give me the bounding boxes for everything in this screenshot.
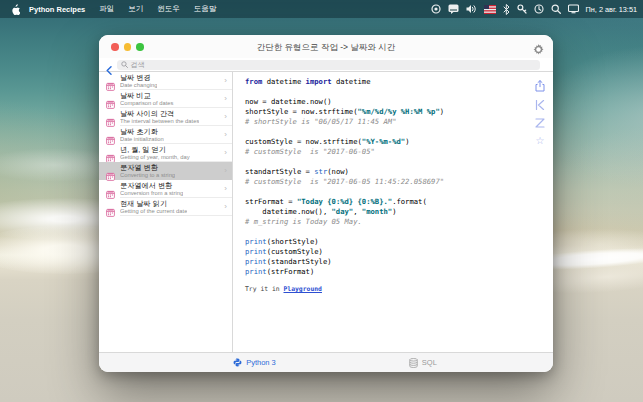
key-icon[interactable] <box>517 4 527 14</box>
code-line: strFormat = "Today {0:%d} {0:%B}.".forma… <box>245 197 553 207</box>
code-line: shortStyle = now.strftime("%m/%d/%y %H:%… <box>245 107 553 117</box>
sidebar-item-subtitle: Date initialization <box>120 136 164 143</box>
sidebar-item-subtitle: Conversion from a string <box>120 190 183 197</box>
menu-item-2[interactable]: 윈도우 <box>157 4 180 14</box>
chevron-right-icon: › <box>224 149 227 157</box>
code-line: print(shortStyle) <box>245 237 553 247</box>
sidebar-item-title: 날짜 변경 <box>120 74 157 82</box>
try-it-line: Try it in Playground <box>245 285 553 293</box>
status-icons <box>431 4 579 15</box>
format-z-icon[interactable] <box>535 118 545 128</box>
sidebar-item-subtitle: Getting of the current date <box>120 208 187 215</box>
sidebar-item-4[interactable]: 날짜 초기화Date initialization› <box>99 126 232 144</box>
sidebar-item-5[interactable]: 년, 월, 일 얻기Getting of year, month, day› <box>99 144 232 162</box>
display-icon[interactable] <box>568 4 579 14</box>
sidebar-item-2[interactable]: 날짜 비교Comparison of dates› <box>99 90 232 108</box>
code-line <box>245 157 553 167</box>
menu-item-0[interactable]: 파일 <box>99 4 114 14</box>
code-line <box>245 87 553 97</box>
chevron-right-icon: › <box>224 167 227 175</box>
chevron-right-icon: › <box>224 113 227 121</box>
active-app-name[interactable]: Python Recipes <box>29 5 85 14</box>
window-title: 간단한 유형으로 작업 -> 날짜와 시간 <box>99 42 553 54</box>
sidebar-item-8[interactable]: 현재 날짜 읽기Getting of the current date› <box>99 198 232 216</box>
code-line <box>245 227 553 237</box>
display-chat-icon[interactable] <box>448 4 459 14</box>
code-line <box>245 187 553 197</box>
menu-item-1[interactable]: 보기 <box>128 4 143 14</box>
code-line: from datetime import datetime <box>245 77 553 87</box>
sidebar-item-subtitle: Date changing <box>120 82 157 89</box>
sidebar-list: 날짜 변경Date changing›날짜 비교Comparison of da… <box>99 72 233 352</box>
volume-icon[interactable] <box>466 4 477 14</box>
code-line: now = datetime.now() <box>245 97 553 107</box>
code-line: standartStyle = str(now) <box>245 167 553 177</box>
bluetooth-icon[interactable] <box>503 4 510 15</box>
search-icon <box>121 61 128 68</box>
code-line: print(standartStyle) <box>245 257 553 267</box>
search-input[interactable]: 검색 <box>117 60 540 71</box>
code-line <box>245 127 553 137</box>
apple-menu-icon[interactable] <box>11 4 20 15</box>
menu-bar-clock[interactable]: Пн, 2 авг. 13:51 <box>586 5 637 14</box>
sidebar-item-title: 날짜 초기화 <box>120 128 164 136</box>
code-line: datetime.now(), "day", "month") <box>245 207 553 217</box>
chevron-right-icon: › <box>224 77 227 85</box>
chevron-right-icon: › <box>224 131 227 139</box>
sidebar-item-title: 년, 월, 일 얻기 <box>120 146 190 154</box>
playground-link[interactable]: Playground <box>283 285 321 293</box>
sidebar-item-1[interactable]: 날짜 변경Date changing› <box>99 72 232 90</box>
gear-icon[interactable] <box>533 41 544 59</box>
spotlight-icon[interactable] <box>551 4 561 14</box>
code-line: # customStyle is "2017-06-05" <box>245 147 553 157</box>
code-block: from datetime import datetime now = date… <box>233 72 553 277</box>
code-line: # shortStyle is "06/05/17 11:45 AM" <box>245 117 553 127</box>
sidebar-item-7[interactable]: 문자열에서 변환Conversion from a string› <box>99 180 232 198</box>
search-placeholder: 검색 <box>131 60 145 70</box>
sidebar-item-title: 문자열 변환 <box>120 164 175 172</box>
sidebar-item-title: 현재 날짜 읽기 <box>120 200 187 208</box>
sidebar-item-subtitle: Comparison of dates <box>120 100 174 107</box>
star-icon[interactable]: ☆ <box>536 136 545 146</box>
sidebar-item-subtitle: Getting of year, month, day <box>120 154 190 161</box>
chevron-right-icon: › <box>224 203 227 211</box>
search-toolbar: 검색 <box>99 58 553 72</box>
sidebar-item-title: 날짜 비교 <box>120 92 174 100</box>
chevron-right-icon: › <box>224 95 227 103</box>
sync-circle-icon[interactable] <box>534 4 544 14</box>
python-logo-icon <box>233 358 242 367</box>
chevron-right-icon: › <box>224 185 227 193</box>
sidebar-item-title: 날짜 사이의 간격 <box>120 110 199 118</box>
sidebar-item-3[interactable]: 날짜 사이의 간격The interval between the dates› <box>99 108 232 126</box>
code-panel: from datetime import datetime now = date… <box>233 72 553 352</box>
tab-python3[interactable]: Python 3 <box>233 358 276 367</box>
us-flag-icon[interactable] <box>484 5 496 14</box>
bottom-tab-bar: Python 3 SQL <box>99 352 553 372</box>
tab-sql[interactable]: SQL <box>409 358 437 368</box>
code-line: # m_string is Today 05 May. <box>245 217 553 227</box>
format-k-icon[interactable] <box>535 100 545 110</box>
sidebar-item-subtitle: Converting to a string <box>120 172 175 179</box>
action-icon-strip: ☆ <box>535 80 545 146</box>
menu-items: 파일보기윈도우도움말 <box>99 4 216 14</box>
app-window: 간단한 유형으로 작업 -> 날짜와 시간 검색 날짜 변경Date chang… <box>99 35 553 372</box>
calendar-icon <box>106 203 115 221</box>
sidebar-item-6[interactable]: 문자열 변환Converting to a string› <box>99 162 232 180</box>
sidebar-item-title: 문자열에서 변환 <box>120 182 183 190</box>
code-line: customStyle = now.strftime("%Y-%m-%d") <box>245 137 553 147</box>
sidebar-item-subtitle: The interval between the dates <box>120 118 199 125</box>
menu-item-3[interactable]: 도움말 <box>194 4 217 14</box>
code-line: print(strFormat) <box>245 267 553 277</box>
code-line: # customStyle is "2017-06-05 11:45:22.05… <box>245 177 553 187</box>
code-line: print(customStyle) <box>245 247 553 257</box>
share-icon[interactable] <box>535 80 545 92</box>
database-icon <box>409 358 418 368</box>
circle-status-icon[interactable] <box>431 4 441 14</box>
title-bar: 간단한 유형으로 작업 -> 날짜와 시간 <box>99 35 553 58</box>
menu-bar: Python Recipes 파일보기윈도우도움말 Пн, 2 авг. 13:… <box>0 0 643 18</box>
